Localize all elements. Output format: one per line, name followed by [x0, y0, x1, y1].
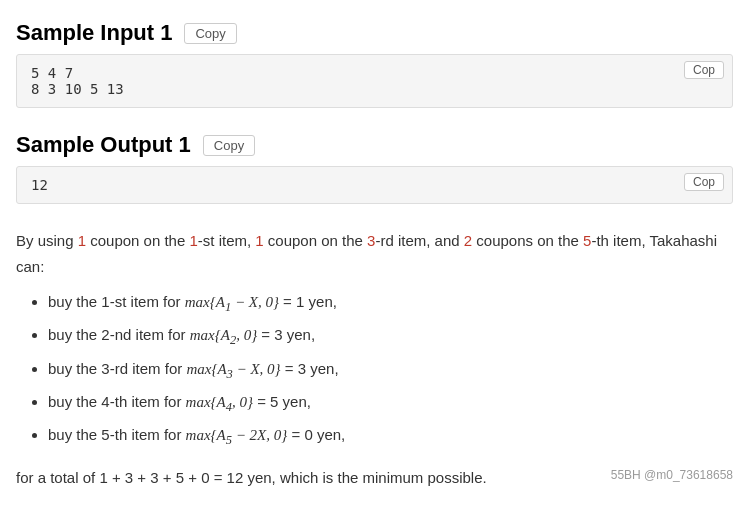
val-5: 0 — [304, 426, 312, 443]
bullet-list: buy the 1-st item for max{A1 − X, 0} = 1… — [16, 289, 733, 451]
highlight-2: 1 — [189, 232, 197, 249]
explanation-footer: for a total of 1 + 3 + 3 + 5 + 0 = 12 ye… — [16, 465, 733, 491]
sample-output-value: 12 — [31, 177, 718, 193]
val-4: 5 — [270, 393, 278, 410]
sample-input-title: Sample Input 1 — [16, 20, 172, 46]
sample-input-copy-corner-button[interactable]: Cop — [684, 61, 724, 79]
math-5: max{A5 − 2X, 0} — [186, 427, 288, 443]
highlight-4: 3 — [367, 232, 375, 249]
highlight-5: 2 — [464, 232, 472, 249]
list-item-5: buy the 5-th item for max{A5 − 2X, 0} = … — [48, 422, 733, 451]
list-item-3: buy the 3-rd item for max{A3 − X, 0} = 3… — [48, 356, 733, 385]
list-item-2: buy the 2-nd item for max{A2, 0} = 3 yen… — [48, 322, 733, 351]
val-2: 3 — [274, 326, 282, 343]
total-expr: 1 + 3 + 3 + 5 + 0 = 12 — [99, 469, 243, 486]
sample-output-copy-corner-button[interactable]: Cop — [684, 173, 724, 191]
sample-input-header: Sample Input 1 Copy — [16, 20, 733, 46]
val-3: 3 — [298, 360, 306, 377]
highlight-6: 5 — [583, 232, 591, 249]
highlight-3: 1 — [255, 232, 263, 249]
sample-output-header: Sample Output 1 Copy — [16, 132, 733, 158]
watermark: 55BH @m0_73618658 — [611, 465, 733, 485]
list-item-1: buy the 1-st item for max{A1 − X, 0} = 1… — [48, 289, 733, 318]
sample-input-copy-button[interactable]: Copy — [184, 23, 236, 44]
sample-input-code-block: 5 4 7 8 3 10 5 13 Cop — [16, 54, 733, 108]
highlight-1: 1 — [78, 232, 86, 249]
math-1: max{A1 − X, 0} — [185, 294, 279, 310]
val-1: 1 — [296, 293, 304, 310]
math-2: max{A2, 0} — [190, 327, 257, 343]
sample-output-code-block: 12 Cop — [16, 166, 733, 204]
math-3: max{A3 − X, 0} — [186, 361, 280, 377]
sample-input-line-2: 8 3 10 5 13 — [31, 81, 718, 97]
explanation-intro: By using 1 coupon on the 1-st item, 1 co… — [16, 228, 733, 279]
sample-output-title: Sample Output 1 — [16, 132, 191, 158]
sample-output-copy-button[interactable]: Copy — [203, 135, 255, 156]
math-4: max{A4, 0} — [186, 394, 253, 410]
list-item-4: buy the 4-th item for max{A4, 0} = 5 yen… — [48, 389, 733, 418]
sample-input-line-1: 5 4 7 — [31, 65, 718, 81]
